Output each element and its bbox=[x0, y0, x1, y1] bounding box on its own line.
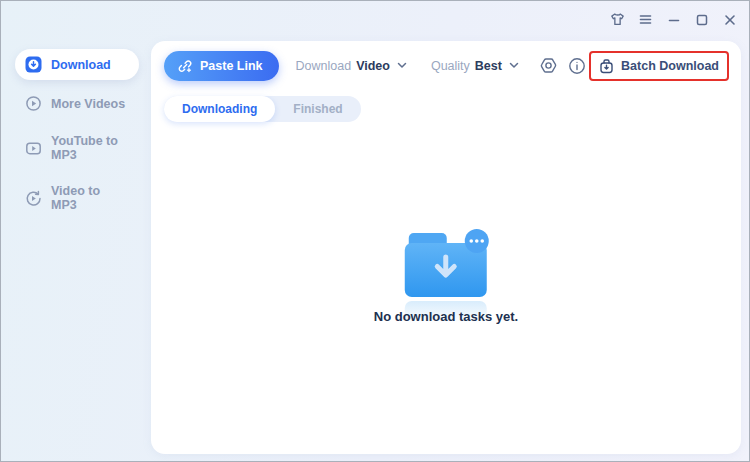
sidebar-item-more-videos[interactable]: More Videos bbox=[15, 88, 139, 119]
empty-state: No download tasks yet. bbox=[374, 219, 518, 324]
play-rect-icon bbox=[25, 140, 42, 157]
sidebar-item-video-to-mp3[interactable]: Video to MP3 bbox=[15, 177, 139, 219]
minimize-icon[interactable] bbox=[664, 10, 683, 29]
theme-skin-icon[interactable] bbox=[608, 10, 627, 29]
empty-message: No download tasks yet. bbox=[374, 309, 518, 324]
sidebar-item-label: More Videos bbox=[51, 97, 125, 111]
chevron-down-icon bbox=[397, 62, 407, 69]
quality-label: Quality bbox=[431, 59, 470, 73]
task-tabs: Downloading Finished bbox=[164, 96, 361, 122]
download-type-label: Download bbox=[296, 59, 352, 73]
tab-finished[interactable]: Finished bbox=[275, 96, 360, 122]
titlebar-controls bbox=[608, 10, 739, 29]
settings-gear-icon[interactable] bbox=[539, 56, 559, 76]
maximize-icon[interactable] bbox=[692, 10, 711, 29]
sidebar-item-label: Download bbox=[51, 58, 111, 72]
paste-link-button[interactable]: Paste Link bbox=[164, 51, 279, 81]
main-panel: Paste Link Download Video Quality Best bbox=[151, 41, 741, 454]
sidebar-item-download[interactable]: Download bbox=[15, 49, 139, 80]
sidebar-item-label: Video to MP3 bbox=[51, 184, 129, 212]
batch-download-icon bbox=[599, 58, 614, 74]
close-icon[interactable] bbox=[720, 10, 739, 29]
titlebar bbox=[1, 1, 749, 39]
toolbar: Paste Link Download Video Quality Best bbox=[151, 41, 741, 81]
sidebar-item-label: YouTube to MP3 bbox=[51, 134, 129, 162]
quality-dropdown[interactable]: Quality Best bbox=[431, 59, 519, 73]
tab-label: Downloading bbox=[182, 102, 257, 116]
tab-downloading[interactable]: Downloading bbox=[164, 96, 275, 122]
download-icon bbox=[25, 56, 42, 73]
tab-label: Finished bbox=[293, 102, 342, 116]
download-type-value: Video bbox=[356, 59, 390, 73]
info-icon[interactable] bbox=[567, 56, 587, 76]
app-window: Download More Videos YouTube to MP3 bbox=[0, 0, 750, 462]
play-circle-icon bbox=[25, 95, 42, 112]
download-type-dropdown[interactable]: Download Video bbox=[296, 59, 407, 73]
chevron-down-icon bbox=[509, 62, 519, 69]
sidebar-item-youtube-to-mp3[interactable]: YouTube to MP3 bbox=[15, 127, 139, 169]
batch-download-highlight: Batch Download bbox=[589, 51, 729, 81]
play-convert-icon bbox=[25, 190, 42, 207]
paste-link-label: Paste Link bbox=[200, 59, 263, 73]
batch-download-label: Batch Download bbox=[621, 59, 719, 73]
sidebar: Download More Videos YouTube to MP3 bbox=[1, 49, 151, 227]
menu-icon[interactable] bbox=[636, 10, 655, 29]
batch-download-button[interactable]: Batch Download bbox=[594, 55, 724, 77]
quality-value: Best bbox=[475, 59, 502, 73]
paste-link-icon bbox=[177, 58, 193, 74]
